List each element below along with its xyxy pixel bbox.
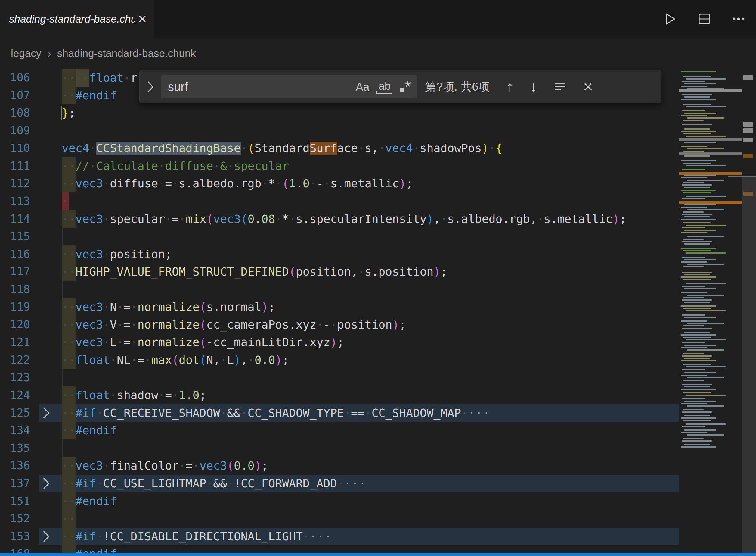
line-number[interactable]: 106: [0, 69, 30, 87]
line-number[interactable]: 120: [0, 316, 30, 334]
fold-gutter: [30, 139, 62, 157]
minimap-line: [683, 250, 711, 251]
line-number[interactable]: 123: [0, 369, 30, 387]
minimap-line: [683, 409, 704, 410]
minimap-line: [682, 184, 712, 185]
minimap-line: [683, 392, 711, 393]
code-line[interactable]: 117··HIGHP_VALUE_FROM_STRUCT_DEFINED(pos…: [0, 263, 679, 281]
minimap-line: [681, 388, 716, 390]
breadcrumb-item-folder[interactable]: legacy: [11, 47, 41, 59]
line-number[interactable]: 108: [0, 104, 30, 122]
minimap-line: [683, 353, 704, 354]
minimap[interactable]: [679, 69, 742, 556]
match-case-icon[interactable]: Aa: [356, 81, 369, 93]
line-number[interactable]: 153: [0, 528, 30, 546]
line-number[interactable]: 117: [0, 263, 30, 281]
tab-close-icon[interactable]: ×: [138, 12, 147, 26]
line-number[interactable]: 152: [0, 510, 30, 528]
minimap-line: [682, 398, 705, 399]
tab-shading-standard-base[interactable]: shading-standard-base.chunk ×: [0, 0, 154, 38]
minimap-line: [687, 377, 724, 378]
fold-collapsed-icon[interactable]: [30, 475, 62, 492]
next-match-icon[interactable]: ↓: [530, 79, 537, 94]
code-line[interactable]: 110vec4·CCStandardShadingBase·(StandardS…: [0, 139, 679, 157]
code-line[interactable]: 120··vec3·V·=·normalize(cc_cameraPos.xyz…: [0, 316, 679, 334]
find-query-text[interactable]: surf: [168, 80, 347, 94]
code-text: [62, 122, 679, 140]
code-line[interactable]: 137··#if·CC_USE_LIGHTMAP·&&·!CC_FORWARD_…: [0, 475, 679, 492]
ruler-match-marker: [743, 122, 753, 127]
code-line[interactable]: 113·: [0, 193, 679, 210]
code-line[interactable]: 111··//·Calculate·diffuse·&·specular: [0, 157, 679, 175]
find-widget: surf Aa ab * 第?项, 共6项 ↑ ↓ ×: [139, 70, 661, 103]
fold-gutter: [30, 210, 62, 228]
code-line[interactable]: 108};: [0, 104, 679, 122]
fold-collapsed-icon[interactable]: [30, 404, 62, 422]
code-line[interactable]: 119··vec3·N·=·normalize(s.normal);: [0, 298, 679, 316]
code-line[interactable]: 153··#if·!CC_DISABLE_DIRECTIONAL_LIGHT··…: [0, 528, 679, 546]
minimap-line: [683, 380, 704, 381]
find-close-icon[interactable]: ×: [583, 78, 593, 95]
code-line[interactable]: 109: [0, 122, 679, 140]
line-number[interactable]: 134: [0, 422, 30, 440]
line-number[interactable]: 136: [0, 457, 30, 475]
line-number[interactable]: 118: [0, 281, 30, 299]
code-line[interactable]: 118: [0, 281, 679, 299]
find-input[interactable]: surf Aa ab *: [161, 75, 417, 99]
minimap-line: [682, 94, 712, 95]
code-line[interactable]: 121··vec3·L·=·normalize(-cc_mainLitDir.x…: [0, 334, 679, 351]
fold-gutter: [30, 334, 62, 351]
scrollbar-overview-ruler[interactable]: [742, 0, 756, 556]
line-number[interactable]: 109: [0, 122, 30, 140]
line-number[interactable]: 115: [0, 228, 30, 245]
previous-match-icon[interactable]: ↑: [506, 79, 514, 94]
whole-word-icon[interactable]: ab: [378, 80, 391, 93]
code-text: ··//·Calculate·diffuse·&·specular: [62, 157, 679, 175]
line-number[interactable]: 121: [0, 334, 30, 351]
fold-collapsed-icon[interactable]: [30, 528, 62, 546]
line-number[interactable]: 151: [0, 492, 30, 510]
code-line[interactable]: 125··#if·CC_RECEIVE_SHADOW·&&·CC_SHADOW_…: [0, 404, 679, 422]
code-line[interactable]: 124··float·shadow·=·1.0;: [0, 386, 679, 404]
minimap-line: [681, 85, 707, 87]
find-toggle-replace-icon[interactable]: [140, 80, 161, 93]
line-number[interactable]: 124: [0, 386, 30, 404]
code-text: ··#if·CC_RECEIVE_SHADOW·&&·CC_SHADOW_TYP…: [62, 404, 679, 422]
line-number[interactable]: 112: [0, 175, 30, 193]
find-in-selection-icon[interactable]: [554, 80, 567, 93]
line-number[interactable]: 122: [0, 351, 30, 369]
code-line[interactable]: 122··float·NL·=·max(dot(N,·L),·0.0);: [0, 351, 679, 369]
minimap-line: [686, 394, 726, 396]
code-line[interactable]: 152··: [0, 510, 679, 528]
minimap-slider-edge[interactable]: [728, 176, 756, 177]
line-number[interactable]: 110: [0, 139, 30, 157]
run-icon[interactable]: [663, 12, 677, 26]
minimap-line: [683, 192, 711, 194]
code-line[interactable]: 123: [0, 369, 679, 387]
line-number[interactable]: 116: [0, 245, 30, 263]
line-number[interactable]: 113: [0, 193, 30, 210]
code-editor[interactable]: 106····float·r107··#endif108};109110vec4…: [0, 69, 679, 556]
scrollbar-thumb[interactable]: [742, 176, 756, 556]
code-line[interactable]: 134··#endif: [0, 422, 679, 440]
line-number[interactable]: 125: [0, 404, 30, 422]
code-line[interactable]: 114··vec3·specular·=·mix(vec3(0.08·*·s.s…: [0, 210, 679, 228]
line-number[interactable]: 111: [0, 157, 30, 175]
code-line[interactable]: 115: [0, 228, 679, 245]
line-number[interactable]: 137: [0, 475, 30, 492]
line-number[interactable]: 135: [0, 440, 30, 457]
minimap-line: [681, 262, 707, 263]
line-number[interactable]: 119: [0, 298, 30, 316]
minimap-line: [684, 96, 710, 98]
code-line[interactable]: 112··vec3·diffuse·=·s.albedo.rgb·*·(1.0·…: [0, 175, 679, 193]
split-editor-icon[interactable]: [697, 12, 712, 26]
regex-icon[interactable]: *: [400, 80, 411, 93]
code-line[interactable]: 136··vec3·finalColor·=·vec3(0.0);: [0, 457, 679, 475]
line-number[interactable]: 114: [0, 210, 30, 228]
code-line[interactable]: 151··#endif: [0, 492, 679, 510]
minimap-line: [684, 216, 710, 217]
line-number[interactable]: 107: [0, 87, 30, 105]
code-line[interactable]: 116··vec3·position;: [0, 245, 679, 263]
code-line[interactable]: 135: [0, 440, 679, 457]
breadcrumb-item-file[interactable]: shading-standard-base.chunk: [57, 47, 196, 59]
